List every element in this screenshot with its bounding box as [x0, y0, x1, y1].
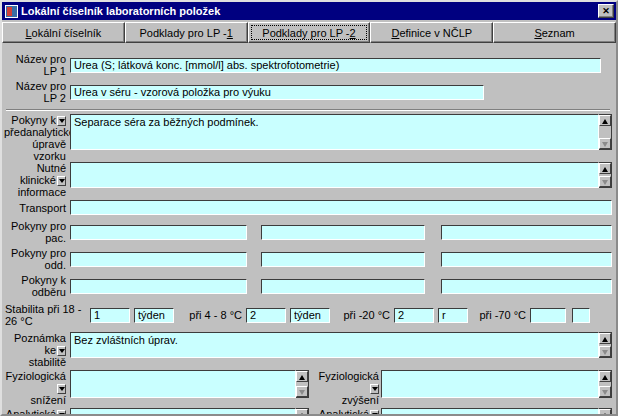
pokyny-odd-input-1[interactable] — [70, 252, 247, 267]
tab-podklady-lp-2[interactable]: Podklady pro LP - 2 — [248, 22, 371, 43]
fyziologicka-snizeni-detail-button[interactable] — [57, 384, 66, 394]
separator — [6, 109, 610, 111]
scroll-up-icon[interactable] — [599, 333, 611, 344]
scrollbar — [599, 332, 612, 358]
scrollbar — [599, 114, 612, 150]
pokyny-pac-input-2[interactable] — [261, 225, 425, 240]
analyticka-snizeni-detail-button[interactable] — [57, 410, 66, 416]
stabilita-4-8-label: při 4 - 8 °C — [184, 309, 242, 321]
pokyny-odberu-input-3[interactable] — [441, 279, 612, 294]
pokyny-odd-label: Pokyny pro odd. — [4, 247, 66, 271]
scrollbar — [599, 162, 612, 188]
scrollbar — [599, 370, 612, 398]
tab-bar: Lokální číselník Podklady pro LP - 1 Pod… — [2, 22, 616, 43]
nazev-lp2-input[interactable] — [70, 85, 484, 100]
pokyny-pac-input-3[interactable] — [441, 225, 612, 240]
analyticka-zvyseni-detail-button[interactable] — [370, 410, 379, 416]
fyziologicka-snizeni-label: Fyziologická snížení — [4, 370, 66, 406]
nutne-klinicke-detail-button[interactable] — [57, 176, 66, 186]
scroll-up-icon[interactable] — [599, 371, 611, 382]
pokyny-odberu-input-1[interactable] — [70, 279, 247, 294]
poznamka-textarea[interactable]: Bez zvláštních úprav. — [70, 332, 599, 358]
stabilita-m20-unit[interactable] — [438, 308, 468, 323]
pokyny-odd-input-2[interactable] — [261, 252, 425, 267]
scrollbar — [296, 408, 309, 416]
form-panel: Název pro LP 1 Název pro LP 2 Pokyny k p… — [2, 43, 616, 416]
stabilita-4-8-value[interactable] — [246, 308, 286, 323]
stabilita-m70-unit[interactable] — [572, 308, 590, 323]
pokyny-odd-input-3[interactable] — [441, 252, 612, 267]
transport-label: Transport — [4, 202, 66, 214]
fyziologicka-zvyseni-textarea[interactable] — [381, 370, 599, 398]
stabilita-label: Stabilita při 18 - 26 °C — [4, 303, 88, 327]
fyziologicka-zvyseni-detail-button[interactable] — [370, 384, 379, 394]
scroll-up-icon[interactable] — [296, 371, 308, 382]
nazev-lp1-label: Název pro LP 1 — [4, 53, 66, 77]
poznamka-detail-button[interactable] — [57, 346, 66, 356]
pokyny-pac-input-1[interactable] — [70, 225, 247, 240]
tab-definice-nclp[interactable]: Definice v NČLP — [370, 22, 493, 43]
app-icon — [5, 5, 18, 18]
scroll-up-icon[interactable] — [599, 409, 611, 416]
pokyny-odberu-input-2[interactable] — [261, 279, 425, 294]
analyticka-snizeni-textarea[interactable] — [70, 408, 296, 416]
stabilita-m70-label: při -70 °C — [478, 309, 526, 321]
tab-podklady-lp-1[interactable]: Podklady pro LP - 1 — [125, 22, 248, 43]
scrollbar — [599, 408, 612, 416]
pokyny-odberu-label: Pokyny k odběru — [4, 274, 66, 298]
nazev-lp2-label: Název pro LP 2 — [4, 80, 66, 104]
scroll-down-icon[interactable] — [296, 386, 308, 397]
poznamka-label: Poznámka ke stabilitě — [4, 332, 66, 368]
nutne-klinicke-textarea[interactable] — [70, 162, 599, 188]
tab-seznam[interactable]: Seznam — [493, 22, 616, 43]
close-icon[interactable]: ✕ — [598, 4, 614, 18]
fyziologicka-zvyseni-label: Fyziologická zvýšení — [309, 370, 379, 406]
stabilita-m70-value[interactable] — [530, 308, 566, 323]
stabilita-18-26-value[interactable] — [90, 308, 130, 323]
scroll-down-icon[interactable] — [599, 176, 611, 187]
pokyny-pac-label: Pokyny pro pac. — [4, 220, 66, 244]
pokyny-predanalyticke-detail-button[interactable] — [57, 116, 66, 126]
title-bar: Lokální číselník laboratorních položek ✕ — [2, 2, 616, 20]
pokyny-predanalyticke-textarea[interactable]: Separace séra za běžných podmínek. — [70, 114, 599, 150]
scroll-up-icon[interactable] — [599, 115, 611, 126]
fyziologicka-snizeni-textarea[interactable] — [70, 370, 296, 398]
dialog-window: Lokální číselník laboratorních položek ✕… — [0, 0, 618, 416]
stabilita-m20-value[interactable] — [394, 308, 434, 323]
analyticka-snizeni-label: Analytická snížení — [4, 408, 66, 416]
pokyny-predanalyticke-label: Pokyny k předanalytické úpravě vzorku — [4, 114, 66, 162]
nutne-klinicke-label: Nutné klinické informace — [4, 162, 66, 198]
scrollbar — [296, 370, 309, 398]
tab-lokalni-ciselnik[interactable]: Lokální číselník — [2, 22, 125, 43]
window-title: Lokální číselník laboratorních položek — [21, 5, 598, 17]
scroll-down-icon[interactable] — [599, 346, 611, 357]
analyticka-zvyseni-textarea[interactable] — [381, 408, 599, 416]
stabilita-4-8-unit[interactable] — [290, 308, 330, 323]
stabilita-m20-label: při -20 °C — [340, 309, 390, 321]
analyticka-zvyseni-label: Analytická zvýšení — [309, 408, 379, 416]
scroll-down-icon[interactable] — [599, 138, 611, 149]
scroll-up-icon[interactable] — [599, 163, 611, 174]
transport-input[interactable] — [70, 200, 612, 215]
nazev-lp1-input[interactable] — [70, 58, 601, 73]
scroll-down-icon[interactable] — [599, 386, 611, 397]
stabilita-18-26-unit[interactable] — [134, 308, 174, 323]
scroll-up-icon[interactable] — [296, 409, 308, 416]
